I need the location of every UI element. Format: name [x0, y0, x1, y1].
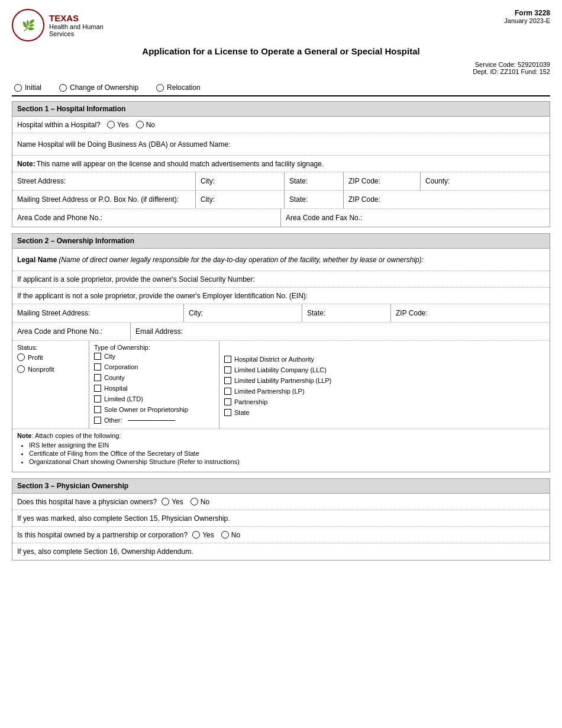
fax-label: Area Code and Fax No.:: [286, 214, 362, 222]
phone-fax-row: Area Code and Phone No.: Area Code and F…: [12, 209, 550, 227]
type-hospital[interactable]: Hospital: [94, 385, 128, 392]
profit-radio[interactable]: [17, 353, 25, 361]
note-row: Note: This name will appear on the licen…: [12, 156, 550, 172]
type-lp[interactable]: Limited Partnership (LP): [224, 388, 305, 395]
s2-zip-cell: ZIP Code:: [391, 304, 550, 322]
section2: Section 2 – Ownership Information Legal …: [12, 233, 550, 472]
profit-label: Profit: [28, 354, 43, 361]
form-number: Form 3228: [504, 9, 550, 17]
city-cell: City:: [196, 172, 285, 190]
change-ownership-radio[interactable]: [59, 84, 67, 92]
initial-option[interactable]: Initial: [14, 83, 41, 92]
street-address-cell: Street Address:: [12, 172, 196, 190]
type-right-cell: Hospital District or Authority Limited L…: [219, 341, 550, 429]
type-hospital-district[interactable]: Hospital District or Authority: [224, 356, 314, 363]
llc-checkbox[interactable]: [224, 366, 231, 373]
sole-owner-checkbox[interactable]: [94, 406, 101, 413]
city-checkbox[interactable]: [94, 353, 101, 360]
page-title: Application for a License to Operate a G…: [12, 46, 550, 56]
fax-cell: Area Code and Fax No.:: [281, 209, 550, 227]
mailing-zip-label: ZIP Code:: [348, 195, 380, 204]
hospital-within-yes-radio[interactable]: [107, 121, 115, 128]
s2-phone-label: Area Code and Phone No.:: [17, 327, 102, 336]
hospital-within-row: Hospital within a Hospital? Yes No: [12, 117, 550, 133]
legal-name-bold: Legal Name: [17, 256, 57, 264]
other-checkbox[interactable]: [94, 417, 101, 424]
service-info: Service Code: 529201039 Dept. ID: ZZ101 …: [12, 61, 550, 75]
type-label: Type of Ownership:: [94, 344, 150, 351]
note-content: This name will appear on the license and…: [37, 160, 324, 168]
physician-no-label: No: [201, 498, 209, 506]
s2-note-bold: Note: [17, 432, 31, 439]
type-state[interactable]: State: [224, 409, 250, 416]
profit-option[interactable]: Profit: [17, 353, 43, 361]
s2-email-cell: Email Address:: [131, 323, 550, 340]
s2-mailing-label: Mailing Street Address:: [17, 309, 90, 317]
type-city[interactable]: City: [94, 353, 115, 360]
physician-no-radio[interactable]: [190, 498, 198, 505]
mailing-city-label: City:: [201, 195, 215, 204]
s2-phone-email-row: Area Code and Phone No.: Email Address:: [12, 323, 550, 341]
agency-line2: Health and Human: [49, 23, 104, 30]
type-llp[interactable]: Limited Liability Partnership (LLP): [224, 377, 331, 384]
state-checkbox[interactable]: [224, 409, 231, 416]
hospital-within-no-radio[interactable]: [136, 121, 144, 128]
note-bold-label: Note:: [17, 160, 35, 168]
hospital-checkbox[interactable]: [94, 385, 101, 392]
type-other[interactable]: Other:: [94, 417, 175, 424]
ein-label: If the applicant is not a sole proprieto…: [17, 292, 308, 300]
initial-radio[interactable]: [14, 84, 22, 92]
s2-city-label: City:: [189, 309, 203, 317]
other-field[interactable]: [128, 420, 175, 421]
agency-line3: Services: [49, 30, 104, 37]
partnership-q-row: Is this hospital owned by a partnership …: [12, 527, 550, 543]
section2-header: Section 2 – Ownership Information: [12, 234, 550, 249]
relocation-radio[interactable]: [156, 84, 164, 92]
partnership-checkbox[interactable]: [224, 398, 231, 405]
hospital-within-no-label: No: [146, 121, 155, 129]
type-county[interactable]: County: [94, 374, 125, 381]
city-label: City:: [201, 177, 215, 185]
relocation-option[interactable]: Relocation: [156, 83, 201, 92]
status-label: Status:: [17, 344, 37, 351]
zip-cell: ZIP Code:: [344, 172, 421, 190]
s2-zip-label: ZIP Code:: [396, 309, 428, 317]
nonprofit-option[interactable]: Nonprofit: [17, 365, 54, 373]
nonprofit-radio[interactable]: [17, 365, 25, 373]
legal-name-italic: (Name of direct owner legally responsibl…: [59, 256, 424, 264]
type-sole-owner[interactable]: Sole Owner or Proprietorship: [94, 406, 188, 413]
phone-label: Area Code and Phone No.:: [17, 214, 102, 222]
status-cell: Status: Profit Nonprofit: [12, 341, 89, 429]
type-partnership[interactable]: Partnership: [224, 398, 267, 405]
limited-checkbox[interactable]: [94, 395, 101, 402]
mailing-street-cell: Mailing Street Address or P.O. Box No. (…: [12, 191, 196, 208]
mailing-zip-cell: ZIP Code:: [344, 191, 550, 208]
s2-email-label: Email Address:: [135, 327, 183, 336]
hospital-district-checkbox[interactable]: [224, 356, 231, 363]
lp-checkbox[interactable]: [224, 388, 231, 395]
s2-state-cell: State:: [302, 304, 391, 322]
change-ownership-option[interactable]: Change of Ownership: [59, 83, 138, 92]
agency-texas: TEXAS: [49, 13, 104, 23]
llp-checkbox[interactable]: [224, 377, 231, 384]
ssn-label: If applicant is a sole proprietor, provi…: [17, 275, 255, 284]
type-limited[interactable]: Limited (LTD): [94, 395, 143, 402]
mailing-state-cell: State:: [285, 191, 344, 208]
dept-id: Dept. ID: ZZ101 Fund: 152: [12, 68, 550, 75]
address-row: Street Address: City: State: ZIP Code: C…: [12, 172, 550, 191]
street-address-label: Street Address:: [17, 177, 66, 185]
physician-yes-radio[interactable]: [162, 498, 169, 505]
nonprofit-label: Nonprofit: [28, 366, 54, 373]
initial-label: Initial: [25, 83, 41, 92]
hospital-within-yes-label: Yes: [117, 121, 129, 129]
county-checkbox[interactable]: [94, 374, 101, 381]
physician-q-label: Does this hospital have a physician owne…: [17, 498, 157, 506]
type-corporation[interactable]: Corporation: [94, 363, 138, 371]
partnership-yes-radio[interactable]: [192, 531, 200, 539]
corporation-checkbox[interactable]: [94, 363, 101, 371]
type-llc[interactable]: Limited Liability Company (LLC): [224, 366, 327, 373]
county-label: County:: [425, 177, 450, 185]
partnership-no-radio[interactable]: [221, 531, 229, 539]
physician-q-row: Does this hospital have a physician owne…: [12, 494, 550, 510]
county-cell: County:: [421, 172, 550, 190]
